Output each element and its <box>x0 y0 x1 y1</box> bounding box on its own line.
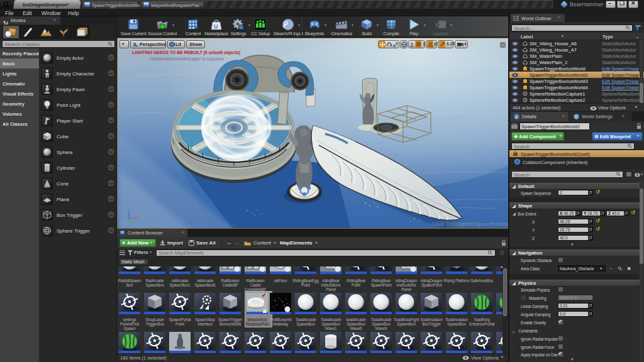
svg-text:y: y <box>133 224 135 228</box>
svg-text:x: x <box>138 216 140 220</box>
svg-text:U: U <box>214 23 218 30</box>
svg-text:i: i <box>516 115 517 119</box>
svg-text:z: z <box>127 206 129 210</box>
